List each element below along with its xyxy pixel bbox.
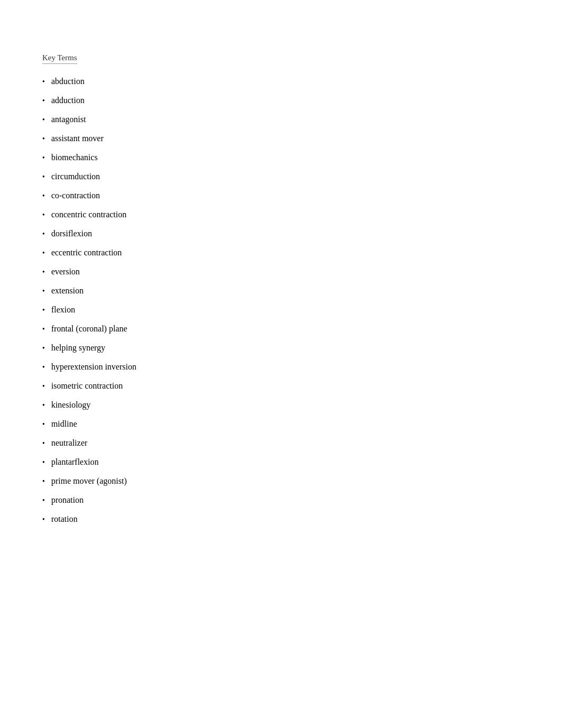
list-item: abduction [42, 77, 519, 86]
list-item: antagonist [42, 115, 519, 124]
list-item: midline [42, 419, 519, 429]
list-item: extension [42, 286, 519, 296]
list-item: eccentric contraction [42, 248, 519, 257]
section-title: Key Terms [42, 53, 77, 64]
list-item: concentric contraction [42, 210, 519, 219]
list-item: assistant mover [42, 134, 519, 143]
list-item: circumduction [42, 172, 519, 181]
list-item: co-contraction [42, 191, 519, 200]
list-item: kinesiology [42, 400, 519, 410]
list-item: isometric contraction [42, 381, 519, 391]
list-item: prime mover (agonist) [42, 476, 519, 486]
list-item: flexion [42, 305, 519, 315]
list-item: eversion [42, 267, 519, 277]
key-terms-list: abductionadductionantagonistassistant mo… [42, 77, 519, 524]
list-item: plantarflexion [42, 457, 519, 467]
list-item: frontal (coronal) plane [42, 324, 519, 334]
list-item: dorsiflexion [42, 229, 519, 238]
list-item: rotation [42, 514, 519, 524]
list-item: helping synergy [42, 343, 519, 353]
list-item: adduction [42, 96, 519, 105]
list-item: neutralizer [42, 438, 519, 448]
list-item: hyperextension inversion [42, 362, 519, 372]
list-item: pronation [42, 495, 519, 505]
list-item: biomechanics [42, 153, 519, 162]
